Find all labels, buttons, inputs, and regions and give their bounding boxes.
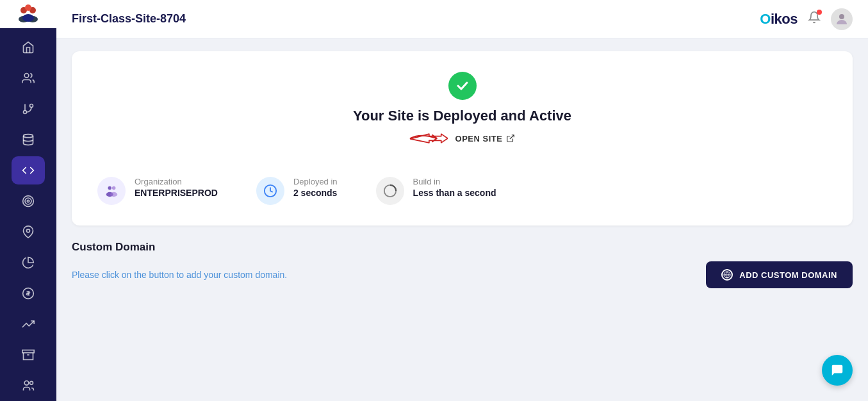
open-site-label: OPEN SITE	[455, 134, 503, 143]
add-domain-label: ADD CUSTOM DOMAIN	[739, 270, 837, 280]
sidebar-item-team[interactable]	[12, 372, 45, 400]
header: First-Class-Site-8704 Oikos	[56, 0, 868, 38]
brand-logo: Oikos	[760, 11, 798, 28]
open-site-link[interactable]: OPEN SITE	[455, 134, 516, 143]
svg-point-13	[27, 200, 29, 202]
build-value: Less than a second	[413, 188, 496, 198]
stat-build: Build in Less than a second	[376, 177, 496, 205]
sidebar-item-database[interactable]	[12, 126, 45, 154]
deployed-icon	[256, 177, 284, 205]
svg-point-8	[30, 104, 33, 108]
open-site-row: OPEN SITE	[409, 131, 516, 146]
svg-line-23	[510, 135, 514, 139]
chat-icon	[830, 363, 844, 377]
header-right: Oikos	[760, 8, 853, 30]
stat-organization: Organization ENTERPRISEPROD	[97, 177, 218, 205]
domain-row: Please click on the button to add your c…	[72, 261, 853, 288]
svg-point-12	[25, 198, 31, 204]
sidebar-item-people[interactable]	[12, 64, 45, 92]
avatar[interactable]	[831, 8, 853, 30]
build-label: Build in	[413, 177, 496, 186]
svg-point-24	[108, 186, 112, 190]
svg-point-19	[24, 381, 29, 386]
deployed-card: Your Site is Deployed and Active	[72, 51, 853, 225]
sidebar-item-home[interactable]	[12, 33, 45, 61]
page-title: First-Class-Site-8704	[72, 12, 186, 26]
custom-domain-title: Custom Domain	[72, 241, 853, 254]
sidebar-item-trending[interactable]	[12, 310, 45, 338]
deployed-status: Your Site is Deployed and Active	[97, 72, 827, 146]
check-circle-icon	[448, 72, 477, 100]
globe-icon	[721, 269, 733, 281]
organization-value: ENTERPRISEPROD	[135, 188, 218, 198]
sidebar-item-location[interactable]	[12, 218, 45, 246]
svg-point-5	[22, 14, 34, 22]
brand-prefix: O	[760, 11, 771, 27]
svg-point-22	[839, 14, 844, 19]
sidebar-item-inbox[interactable]	[12, 341, 45, 369]
notification-button[interactable]	[808, 11, 821, 27]
brand-suffix: ikos	[771, 11, 798, 27]
sidebar-item-branches[interactable]	[12, 95, 45, 123]
page-content: Your Site is Deployed and Active	[56, 38, 868, 401]
svg-point-27	[110, 192, 117, 197]
chat-button[interactable]	[822, 355, 853, 386]
add-custom-domain-button[interactable]: ADD CUSTOM DOMAIN	[706, 261, 853, 288]
notification-dot	[817, 10, 822, 15]
organization-icon	[97, 177, 126, 205]
svg-point-10	[24, 135, 33, 138]
main-content: First-Class-Site-8704 Oikos	[56, 0, 868, 401]
build-icon	[376, 177, 404, 205]
svg-point-9	[24, 111, 27, 114]
deployed-label: Deployed in	[293, 177, 338, 186]
svg-point-25	[112, 186, 116, 190]
arrow-annotation	[409, 131, 448, 146]
svg-rect-17	[22, 350, 34, 353]
deployed-title: Your Site is Deployed and Active	[353, 108, 571, 124]
sidebar-item-code[interactable]	[12, 156, 45, 184]
sidebar-item-chart[interactable]	[12, 249, 45, 277]
svg-point-6	[24, 74, 29, 78]
logo-icon	[14, 0, 42, 28]
organization-label: Organization	[135, 177, 218, 186]
sidebar-item-dollar[interactable]	[12, 279, 45, 307]
svg-point-4	[25, 4, 31, 11]
deployed-value: 2 seconds	[293, 188, 338, 198]
svg-point-20	[30, 381, 33, 384]
sidebar	[0, 0, 56, 401]
custom-domain-section: Custom Domain Please click on the button…	[72, 241, 853, 288]
stats-row: Organization ENTERPRISEPROD Deployed in …	[97, 167, 827, 205]
stat-deployed: Deployed in 2 seconds	[256, 177, 338, 205]
svg-point-14	[27, 229, 30, 233]
sidebar-item-layers[interactable]	[12, 187, 45, 215]
domain-hint: Please click on the button to add your c…	[72, 270, 287, 280]
avatar-icon	[834, 12, 849, 27]
sidebar-nav	[0, 28, 56, 401]
logo[interactable]	[0, 0, 56, 28]
